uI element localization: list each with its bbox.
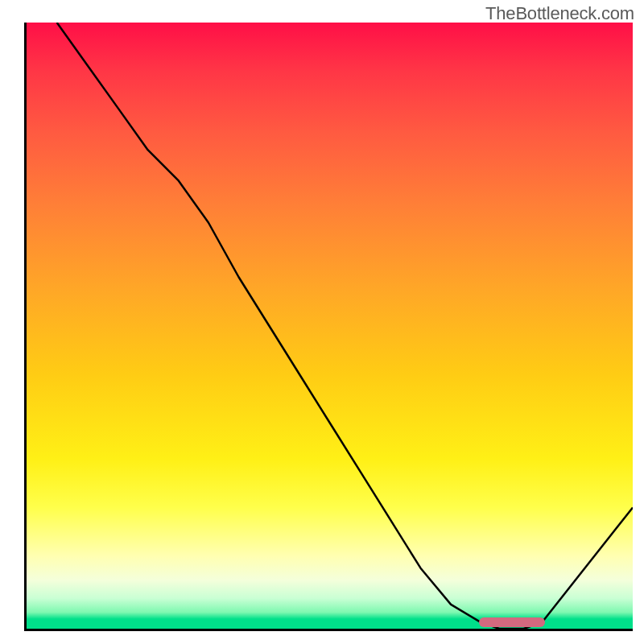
curve-path — [57, 23, 633, 629]
plot-area — [24, 23, 633, 631]
watermark-text: TheBottleneck.com — [485, 3, 634, 24]
bottleneck-curve — [27, 23, 633, 629]
optimal-range-bar — [479, 617, 545, 627]
